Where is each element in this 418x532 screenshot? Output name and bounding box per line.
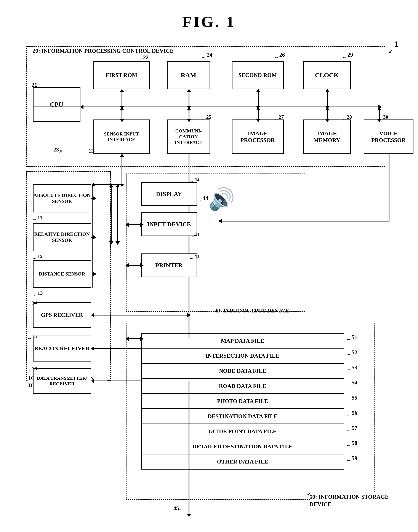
abs-dir-box: ABSOLUTE DIRECTION SENSOR (33, 184, 91, 212)
beacon-box: BEACON RECEIVER (33, 336, 91, 362)
ram-box: RAM (167, 61, 210, 89)
image-mem-label: IMAGE MEMORY (304, 130, 350, 144)
ref-14: 14 (32, 300, 37, 306)
image-mem-arrow-up (325, 107, 330, 111)
image-mem-ref: 28 (347, 114, 352, 120)
sensor-arrow-down (120, 119, 124, 122)
detailed-ref: 58 (352, 440, 358, 446)
image-mem-arrow-down (325, 119, 330, 122)
other-data-label: OTHER DATA FILE (217, 458, 268, 465)
map-ref-tilde: ∽ (347, 337, 350, 342)
ref-11-tilde: ∽ (33, 217, 37, 222)
beacon-label: BEACON RECEIVER (34, 345, 90, 352)
destination-label: DESTINATION DATA FILE (208, 413, 277, 420)
guide-point-label: GUIDE POINT DATA FILE (209, 428, 277, 435)
detailed-dest-box: DETAILED DESTINATION DATA FILE (141, 439, 344, 454)
image-proc-label: IMAGE PROCESSOR (232, 130, 283, 144)
display-ref-tilde: ∽ (190, 179, 194, 185)
image-mem-ref-tilde: ∽ (342, 116, 346, 122)
input-device-ref-tilde: ∽ (190, 234, 194, 240)
printer-to-comm-arrow (125, 263, 129, 267)
display-box: DISPLAY (141, 182, 197, 206)
dist-sensor-label: DISTANCE SENSOR (39, 271, 85, 277)
sensor-group-arrow-right (93, 183, 96, 187)
display-label: DISPLAY (156, 190, 182, 198)
rel-dir-box: RELATIVE DIRECTION SENSOR (33, 223, 91, 251)
map-ref: 51 (352, 334, 358, 341)
voice-to-speaker-vline (389, 154, 389, 221)
node-label: NODE DATA FILE (219, 367, 266, 374)
comm-ref-tilde: ∽ (202, 116, 205, 122)
image-proc-arrow-up (256, 107, 260, 111)
first-rom-arrow-up (120, 89, 124, 92)
guide-ref-tilde: ∽ (347, 427, 350, 433)
voice-proc-ref: 30 (383, 114, 388, 120)
road-box: ROAD DATA FILE (141, 379, 344, 394)
detailed-dest-label: DETAILED DESTINATION DATA FILE (192, 443, 293, 450)
ref-15: 15 (32, 333, 37, 339)
bottom-arrow (187, 514, 191, 517)
destination-box: DESTINATION DATA FILE (141, 409, 344, 424)
dest-ref: 56 (352, 410, 358, 416)
image-proc-ref: 27 (279, 114, 284, 120)
sensor-conn-1 (111, 184, 112, 243)
rel-dir-arrow (93, 235, 96, 239)
comm-to-input-arrow (140, 222, 144, 227)
sensor-to-input-arrow-up (120, 154, 124, 157)
data-trans-arrow-left (91, 379, 94, 383)
cpu-ref: 21 (32, 82, 37, 88)
input-device-box: INPUT DEVICE (141, 212, 197, 236)
ref-13-tilde: ∽ (33, 292, 37, 298)
speaker-ref-tilde: ∽ (199, 197, 203, 203)
clock-box: CLOCK (303, 61, 351, 89)
ref-14-tilde: ∽ (27, 302, 31, 308)
clock-ref: 29 (348, 52, 353, 58)
detailed-ref-tilde: ∽ (347, 443, 350, 448)
node-box: NODE DATA FILE (141, 364, 344, 379)
info-processing-label: 20: INFORMATION PROCESSING CONTROL DEVIC… (32, 48, 174, 54)
beacon-arrow-left (91, 346, 94, 351)
input-device-label: INPUT DEVICE (147, 221, 191, 228)
sensor-conn-2-down (116, 241, 120, 245)
intersection-label: INTERSECTION DATA FILE (206, 353, 279, 359)
intersection-ref: 52 (352, 349, 358, 356)
node-ref: 53 (352, 364, 358, 371)
comm-to-printer-arrow (140, 263, 144, 267)
sensor-input-label: SENSOR INPUT INTERFACE (94, 131, 149, 143)
comm-to-data-arrow-right (140, 337, 144, 341)
sensor-to-input-vline (122, 154, 122, 184)
info-storage-arrow: ↙ (307, 491, 311, 497)
ram-ref-tilde: ∽ (202, 54, 206, 60)
clock-label: CLOCK (315, 71, 339, 79)
cpu-arrow-left (80, 105, 83, 109)
voice-proc-box: VOICE PROCESSOR (364, 120, 413, 154)
sensor-conn-2-up (116, 184, 120, 187)
sensor-group-vline (92, 184, 93, 288)
input-device-ref: 41 (194, 232, 200, 238)
abs-dir-label: ABSOLUTE DIRECTION SENSOR (34, 192, 91, 204)
image-proc-ref-tilde: ∽ (274, 116, 278, 122)
clock-arrow-up (325, 89, 330, 92)
image-mem-box: IMAGE MEMORY (303, 120, 351, 154)
clock-ref-tilde: ∽ (342, 54, 347, 60)
dist-sensor-box: DISTANCE SENSOR (33, 260, 91, 288)
dest-ref-tilde: ∽ (347, 412, 350, 418)
gps-arrow-left (91, 313, 94, 317)
road-ref-tilde: ∽ (347, 382, 350, 388)
ram-ref: 24 (207, 52, 213, 58)
ram-arrow-up (187, 89, 191, 92)
photo-ref-tilde: ∽ (347, 397, 350, 403)
bottom-vline (188, 381, 189, 515)
voice-proc-label: VOICE PROCESSOR (364, 130, 413, 144)
figure-title: FIG. 1 (0, 0, 418, 40)
photo-box: PHOTO DATA FILE (141, 394, 344, 409)
sensor-conn-1-down (109, 241, 113, 245)
first-rom-label: FIRST ROM (105, 72, 137, 78)
map-data-label: MAP DATA FILE (221, 338, 264, 344)
sensor-input-ref: 23 (89, 148, 95, 154)
dist-sensor-arrow (93, 272, 96, 276)
ref-13: 13 (38, 290, 43, 296)
ref-11: 11 (38, 215, 43, 221)
gps-hline (91, 315, 188, 315)
voice-to-speaker-arrow (218, 219, 222, 223)
